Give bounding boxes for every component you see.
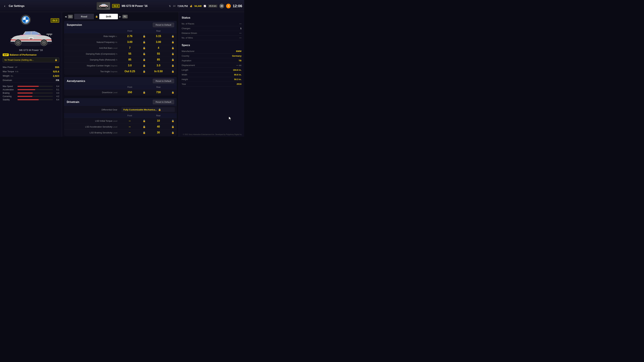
weight-label: Weight lbs. <box>3 75 14 77</box>
aerodynamics-title: Aerodynamics <box>67 80 85 83</box>
lsd-brake-front-value: -- <box>129 131 131 134</box>
aerodynamics-reset-button[interactable]: Reset to Default <box>153 79 174 83</box>
top-bar: ‹ Car Settings Gr.3 M6 GT3 M Power '16 ⇅ <box>0 0 244 12</box>
table-row: Differential Gear Fully Customizable Mec… <box>64 106 177 113</box>
drivetrain-reset-button[interactable]: Reset to Default <box>153 100 174 104</box>
lock-icon: 🔒 <box>172 91 174 94</box>
lock-icon: 🔒 <box>143 119 146 122</box>
left-sidebar: Gr.3 389 <box>0 12 62 137</box>
car-name-top: M6 GT3 M Power '16 <box>122 4 148 7</box>
svg-rect-22 <box>46 34 52 34</box>
width-row: Width 80.6 in. <box>182 72 242 77</box>
clock-display: 12:06 <box>233 4 242 8</box>
svg-rect-7 <box>100 6 107 6</box>
lock-icon: 🔒 <box>143 64 146 67</box>
downforce-front-value: 350 <box>128 91 132 94</box>
mouse-cursor <box>228 116 232 122</box>
perf-label-accel: Acceleration <box>3 88 16 91</box>
displacement-label: Displacement <box>182 64 195 66</box>
country-label: Country <box>182 55 189 57</box>
tab-arrow-right[interactable]: ▶ <box>119 15 121 18</box>
sort-icon: ⇅ <box>169 5 171 7</box>
length-label: Length <box>182 69 188 71</box>
perf-bar-stability <box>18 99 39 100</box>
damp-reb-front-value: 85 <box>128 58 131 61</box>
aero-front-header: Front <box>120 85 140 89</box>
copyright-text: © 2021 Sony Interactive Entertainment In… <box>183 134 242 135</box>
lsd-accel-rear-value: 40 <box>157 125 160 128</box>
drivetrain-value: FR <box>56 79 59 82</box>
tab-road[interactable]: Road <box>74 14 94 19</box>
distance-driven-value: --- <box>239 32 242 34</box>
aerodynamics-header: Aerodynamics Reset to Default <box>64 77 177 85</box>
lock-icon: 🔒 <box>158 108 161 111</box>
back-button[interactable]: ‹ <box>2 3 8 9</box>
camber-rear-value: 3.0 <box>157 64 160 67</box>
aerodynamics-table: Front Rear Downforce Level 350 🔒 730 🔒 <box>64 85 177 95</box>
table-row: Anti-Roll Bars Level 7 🔒 4 🔒 <box>64 45 177 51</box>
suspension-title: Suspension <box>67 23 82 26</box>
drivetrain-row: Drivetrain FR <box>3 78 59 82</box>
lock-icon: 🔒 <box>143 125 146 128</box>
aero-rear-header: Rear <box>148 85 169 89</box>
height-label: Height <box>182 78 188 81</box>
downforce-rear-value: 730 <box>156 91 161 94</box>
lock-icon: 🔒 <box>172 131 174 134</box>
bop-row: BOP Balance of Performance <box>3 53 59 56</box>
grade-badge-top: Gr.3 <box>112 4 120 8</box>
table-row: Downforce Level 350 🔒 730 🔒 <box>64 89 177 95</box>
changes-value: 1 <box>240 27 242 30</box>
country-row: Country Germany <box>182 54 242 58</box>
svg-point-5 <box>100 6 101 7</box>
manufacturer-row: Manufacturer BMW <box>182 49 242 54</box>
svg-point-18 <box>17 42 19 43</box>
changes-row: Changes 1 <box>182 26 242 31</box>
perf-bar-cornering-container <box>18 96 53 97</box>
table-row: Toe Angle Degrees Out 0.25 🔒 In 0.50 🔒 <box>64 68 177 74</box>
tab-r1[interactable]: R1 <box>122 15 128 18</box>
car-thumbnail <box>96 2 110 10</box>
lock-icon: 🔒 <box>143 41 146 43</box>
max-power-value: 555 <box>55 66 59 68</box>
svg-rect-24 <box>50 34 51 36</box>
tab-l1[interactable]: L1 <box>68 15 73 18</box>
tabs-row: ◀ L1 Road 🔒 Drift ▶ R1 <box>62 12 179 21</box>
year-value: 2016 <box>237 83 242 85</box>
suspension-headers: Front Rear <box>64 29 177 33</box>
lock-icon: 🔒 <box>143 58 146 61</box>
main-content: ◀ L1 Road 🔒 Drift ▶ R1 Suspension Reset … <box>62 12 179 137</box>
distance-value: 45.6 km <box>208 4 217 7</box>
car-name-sidebar: M6 GT3 M Power '16 <box>3 49 59 51</box>
arb-front-value: 7 <box>129 46 131 49</box>
svg-rect-2 <box>104 4 105 5</box>
lock-icon: 🔒 <box>172 41 174 43</box>
bop-info-row[interactable]: for Road Course (Setting dis... 🔒 <box>3 57 59 62</box>
displacement-value: --- cc <box>236 64 242 66</box>
braking-perf: Braking 4.3 <box>3 92 59 94</box>
aerodynamics-section: Aerodynamics Reset to Default Front Rear… <box>64 77 177 95</box>
suspension-reset-button[interactable]: Reset to Default <box>153 23 174 27</box>
stability-perf: Stability 6.4 <box>3 98 59 101</box>
damp-comp-front-value: 55 <box>128 52 131 55</box>
width-value: 80.6 in. <box>234 73 242 76</box>
drivetrain-table: Differential Gear Fully Customizable Mec… <box>64 106 177 136</box>
aspiration-value: TB <box>239 59 242 62</box>
lock-icon: 🔒 <box>172 64 174 67</box>
tab-arrow-left[interactable]: ◀ <box>65 15 66 18</box>
lock-icon-tabs: 🔒 <box>95 15 98 18</box>
tab-drift[interactable]: Drift <box>99 14 118 19</box>
perf-label-cornering: Cornering <box>3 95 16 97</box>
table-row: LSD Braking Sensitivity Level -- 🔒 30 🔒 <box>64 130 177 136</box>
country-value: Germany <box>232 55 242 57</box>
status-title: Status <box>182 16 242 19</box>
table-row: Damping Ratio (Compression) % 55 🔒 55 🔒 <box>64 51 177 57</box>
arb-rear-value: 4 <box>158 46 159 49</box>
bop-badge: BOP <box>3 53 9 56</box>
lsd-init-front-value: -- <box>129 119 131 122</box>
svg-rect-15 <box>10 38 52 39</box>
perf-label-braking: Braking <box>3 92 16 94</box>
perf-bar-braking <box>18 92 33 93</box>
cornering-perf: Cornering 4.2 <box>3 95 59 97</box>
lock-icon: 🔒 <box>143 91 146 94</box>
perf-label-speed: Max Speed <box>3 85 16 87</box>
